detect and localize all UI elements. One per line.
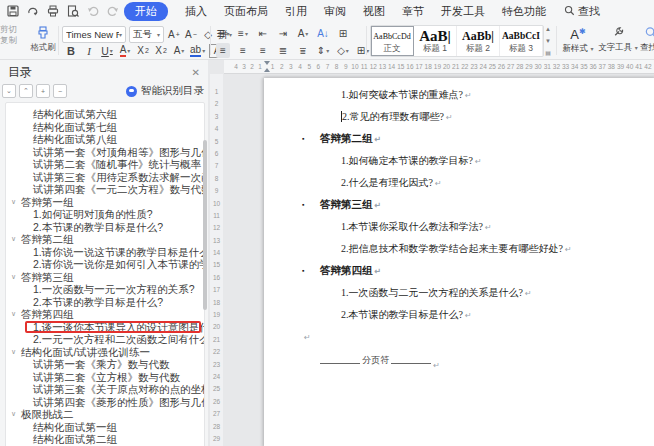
chevron-down-icon[interactable]: ∨	[11, 308, 16, 321]
style-标题 1[interactable]: AaB|标题 1	[414, 26, 457, 56]
doc-line[interactable]: 1.如何突破本节课的重难点?↵	[302, 84, 654, 106]
tab-插入[interactable]: 插入	[185, 4, 207, 19]
clear-format-icon[interactable]: ◇	[201, 27, 215, 42]
tab-视图[interactable]: 视图	[363, 4, 385, 19]
chevron-down-icon[interactable]: ∨	[11, 346, 16, 359]
doc-line[interactable]: 2.本节课的教学目标是什么?↵	[302, 304, 654, 326]
gallery-down-icon[interactable]: ▼	[545, 38, 551, 44]
doc-heading[interactable]: ▪答辩第三组↵	[302, 194, 654, 216]
close-icon[interactable]: ✕	[192, 67, 200, 78]
tab-开发工具[interactable]: 开发工具	[441, 4, 485, 19]
shading-icon[interactable]: ◇▾	[336, 43, 350, 58]
font-family-select[interactable]: Times New Roma▾	[62, 26, 126, 43]
doc-line[interactable]: 1.一次函数与二元一次方程的关系是什么?↵	[302, 282, 654, 304]
bold-icon[interactable]: B	[64, 43, 78, 58]
new-style-button[interactable]: A✱ 新样式 ▾	[558, 24, 598, 56]
decrease-indent-icon[interactable]: ⇤	[256, 26, 270, 41]
toc-item-highlighted[interactable]: 1.谈一谈你本节课导入的设计意图是什么?	[6, 321, 204, 334]
toc-item[interactable]: 2.本节课的教学目标是什么?	[6, 221, 204, 234]
save-icon[interactable]	[6, 5, 19, 18]
chevron-down-icon[interactable]: ∨	[11, 196, 16, 209]
gallery-up-icon[interactable]: ▲	[545, 26, 551, 32]
gallery-more-icon[interactable]: ▤	[545, 49, 551, 56]
vertical-ruler[interactable]: 1234567891011121314151617181920212223242…	[210, 74, 223, 446]
doc-heading[interactable]: ▪答辩第四组↵	[302, 260, 654, 282]
doc-line[interactable]: 2.把信息技术和数学教学结合起来主要有哪些好处?↵	[302, 238, 654, 260]
justify-icon[interactable]: ≣	[276, 43, 290, 58]
text-tool-button[interactable]: 文字工具 ▾	[598, 24, 638, 56]
collapse-all-icon[interactable]: ⌄	[2, 84, 16, 98]
doc-line[interactable]: 2.常见的有理数有哪些?↵	[302, 106, 654, 128]
page-break[interactable]: 分页符↵	[320, 348, 440, 370]
toc-item[interactable]: ∨结构化面试/试讲强化训练一	[6, 346, 204, 359]
doc-line[interactable]: 1.如何确定本节课的教学目标?↵	[302, 150, 654, 172]
doc-heading[interactable]: ▪答辩第二组↵	[302, 128, 654, 150]
underline-icon[interactable]: U▾	[100, 43, 114, 58]
tab-引用[interactable]: 引用	[285, 4, 307, 19]
highlight-color-icon[interactable]: ab▾	[190, 43, 205, 58]
toc-item[interactable]: ∨答辩第二组	[6, 233, 204, 246]
increase-font-icon[interactable]: A+	[167, 27, 181, 42]
toc-item[interactable]: 试讲第四套《一元二次方程》数与代数	[6, 183, 204, 196]
toc-item[interactable]: 1.一次函数与一元一次方程的关系?	[6, 283, 204, 296]
smart-toc-button[interactable]: 智能识别目录	[126, 84, 204, 98]
toc-item[interactable]: 结构化面试第一组	[6, 421, 204, 434]
first-line-indent-marker[interactable]	[264, 61, 270, 65]
toc-item[interactable]: 结构化面试第二组	[6, 433, 204, 446]
toc-item[interactable]: 结构化面试第六组	[6, 108, 204, 121]
style-标题 2[interactable]: AaBb|标题 2	[457, 26, 500, 56]
cut-button[interactable]: 剪切	[0, 25, 17, 34]
align-right-icon[interactable]: ≡	[256, 43, 270, 58]
toc-item[interactable]: 试讲第三套《关于原点对称的点的坐标》图形与几何	[6, 383, 204, 396]
toc-item[interactable]: 1.请你说一说这节课的教学目标是什么?	[6, 246, 204, 259]
font-color-icon[interactable]: A▾	[118, 43, 132, 58]
toc-item[interactable]: 结构化面试第七组	[6, 121, 204, 134]
char-scale-icon[interactable]: A▾	[296, 26, 310, 41]
doc-line[interactable]: 2.什么是有理化因式?↵	[302, 172, 654, 194]
doc-line-empty[interactable]: ↵	[302, 326, 654, 348]
expand-icon[interactable]: +	[36, 84, 50, 98]
toc-item[interactable]: 试讲第二套《随机事件》统计与概率	[6, 158, 204, 171]
toc-item[interactable]: 2.请你说一说你是如何引入本节课的学习的。这样…	[6, 258, 204, 271]
print-icon[interactable]	[46, 5, 59, 18]
sidebar-scrollbar[interactable]	[203, 140, 207, 310]
chevron-down-icon[interactable]: ∨	[11, 408, 16, 421]
print-preview-icon[interactable]	[66, 5, 79, 18]
toc-item[interactable]: 1.如何证明对顶角的性质?	[6, 208, 204, 221]
tab-特色功能[interactable]: 特色功能	[502, 4, 546, 19]
style-标题 3[interactable]: AaBbCcI标题 3	[500, 26, 543, 56]
copy-button[interactable]: 复制	[0, 36, 17, 45]
chevron-down-icon[interactable]: ∨	[11, 233, 16, 246]
collapse-icon[interactable]: −	[53, 84, 67, 98]
toc-item[interactable]: ∨答辩第三组	[6, 271, 204, 284]
subscript-icon[interactable]: X2	[154, 43, 168, 58]
tab-开始[interactable]: 开始	[124, 2, 168, 21]
increase-indent-icon[interactable]: ⇥	[276, 26, 290, 41]
export-pdf-icon[interactable]	[26, 5, 39, 18]
number-list-icon[interactable]: ≡▾	[236, 26, 250, 41]
toc-item[interactable]: 试讲第一套《对顶角相等》图形与几何	[6, 146, 204, 159]
superscript-icon[interactable]: X2	[136, 43, 150, 58]
tab-审阅[interactable]: 审阅	[324, 4, 346, 19]
toc-item[interactable]: 试讲第四套《菱形的性质》图形与几何	[6, 396, 204, 409]
decrease-font-icon[interactable]: A−	[184, 27, 198, 42]
style-gallery-scroll[interactable]: ▲ ▼ ▤	[543, 25, 553, 57]
align-center-icon[interactable]: ≡	[236, 43, 250, 58]
distribute-icon[interactable]: ⩸	[296, 43, 310, 58]
redo-icon[interactable]	[106, 5, 119, 18]
show-marks-icon[interactable]: ⊞	[336, 26, 350, 41]
toc-item[interactable]: 结构化面试第八组	[6, 133, 204, 146]
document-text[interactable]: 1.如何突破本节课的重难点?↵2.常见的有理数有哪些?↵▪答辩第二组↵1.如何确…	[302, 84, 654, 370]
document-page[interactable]: 1.如何突破本节课的重难点?↵2.常见的有理数有哪些?↵▪答辩第二组↵1.如何确…	[264, 78, 654, 446]
format-painter-button[interactable]: 格式刷	[28, 25, 58, 54]
horizontal-ruler[interactable]: 4321123456789101112131415161718192021222…	[224, 60, 654, 74]
expand-all-icon[interactable]: ⌃	[19, 84, 33, 98]
tab-页面布局[interactable]: 页面布局	[224, 4, 268, 19]
toc-item[interactable]: 试讲第二套《立方根》数与代数	[6, 371, 204, 384]
tab-章节[interactable]: 章节	[402, 4, 424, 19]
toc-item[interactable]: ∨答辩第一组	[6, 196, 204, 209]
toc-item[interactable]: 2.本节课的教学目标是什么?	[6, 296, 204, 309]
doc-line[interactable]: 1.本节课你采取什么教法和学法?↵	[302, 216, 654, 238]
toc-item[interactable]: ∨极限挑战二	[6, 408, 204, 421]
borders-icon[interactable]: ⊞▾	[356, 43, 370, 58]
